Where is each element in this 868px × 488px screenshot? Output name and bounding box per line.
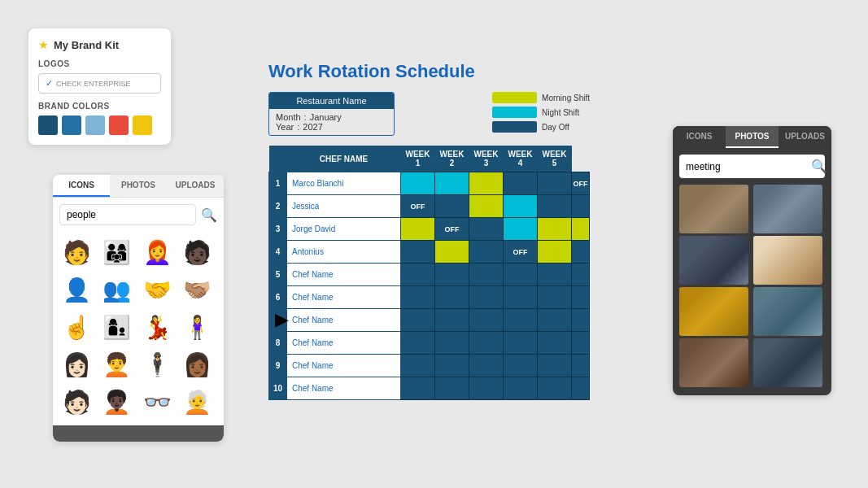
icon-cell-18[interactable]: 🧑🏿‍🦱 <box>100 385 134 419</box>
icon-cell-3[interactable]: 👩‍🦰 <box>140 235 174 269</box>
row-number: 1 <box>269 172 287 195</box>
check-enterprise-button[interactable]: ✓ CHECK ENTERPRISE <box>38 73 161 94</box>
icon-cell-17[interactable]: 🧑🏻 <box>59 385 94 419</box>
photo-thumb-7[interactable] <box>679 338 748 387</box>
brand-colors-label: BRAND COLORS <box>38 102 161 111</box>
month-label: Month <box>276 112 301 122</box>
icon-cell-15[interactable]: 🕴️ <box>140 347 174 381</box>
photo-thumb-3[interactable] <box>679 236 748 285</box>
photos-search-icon[interactable]: 🔍 <box>811 159 827 174</box>
week-cell <box>435 195 469 218</box>
week-cell <box>435 286 469 309</box>
star-icon: ★ <box>38 38 49 51</box>
week-cell <box>504 264 538 286</box>
week-cell <box>401 355 435 377</box>
photo-thumb-5[interactable] <box>679 287 748 336</box>
table-row: 9Chef Name <box>269 355 590 377</box>
restaurant-box: Restaurant Name Month : January Year : 2… <box>268 92 395 136</box>
table-row: 3Jorge DavidOFF <box>269 218 590 241</box>
icon-cell-16[interactable]: 👩🏾 <box>181 347 215 381</box>
header-week2: WEEK 2 <box>435 146 469 172</box>
icons-search-bar: 🔍 <box>53 198 224 232</box>
table-row: 8Chef Name <box>269 332 590 355</box>
icons-panel-tabs: ICONS PHOTOS UPLOADS <box>53 175 224 198</box>
week-cell <box>572 195 590 218</box>
photo-thumb-6[interactable] <box>753 287 822 336</box>
tab-icons[interactable]: ICONS <box>53 175 110 197</box>
week-cell <box>504 332 538 355</box>
brand-colors-row <box>38 115 161 135</box>
row-number: 8 <box>269 332 287 355</box>
chef-name-cell: Chef Name <box>287 332 401 355</box>
week-cell <box>401 286 435 309</box>
icon-cell-12[interactable]: 🧍‍♀️ <box>181 310 215 344</box>
row-number: 4 <box>269 241 287 264</box>
color-swatch-4[interactable] <box>109 115 129 135</box>
photos-tab-photos[interactable]: PHOTOS <box>726 126 779 148</box>
week-cell <box>538 355 572 377</box>
chef-name-cell: Jorge David <box>287 218 401 241</box>
color-swatch-1[interactable] <box>38 115 58 135</box>
week-cell <box>469 309 504 332</box>
photos-tab-uploads[interactable]: UPLOADS <box>779 126 831 148</box>
color-swatch-2[interactable] <box>62 115 81 135</box>
night-shift-color <box>492 107 537 118</box>
icon-cell-19[interactable]: 👓 <box>140 385 174 419</box>
tab-uploads[interactable]: UPLOADS <box>167 175 224 197</box>
week-cell <box>469 172 504 195</box>
icon-cell-6[interactable]: 👥 <box>100 272 134 307</box>
week-cell <box>469 355 504 377</box>
week-cell: OFF <box>504 241 538 264</box>
photo-thumb-4[interactable] <box>753 236 822 285</box>
week-cell <box>538 241 572 264</box>
icon-cell-5[interactable]: 👤 <box>59 272 94 307</box>
day-off-color <box>492 121 537 133</box>
icon-cell-8[interactable]: 🫱🏽‍🫲🏼 <box>181 272 215 307</box>
photos-grid <box>673 185 831 387</box>
week-cell <box>435 309 469 332</box>
legend-night-shift: Night Shift <box>492 107 590 118</box>
week-cell <box>538 309 572 332</box>
week-cell <box>435 172 469 195</box>
week-cell <box>469 218 504 241</box>
photo-thumb-1[interactable] <box>679 185 748 233</box>
icon-cell-1[interactable]: 🧑 <box>59 235 94 269</box>
year-colon: : <box>297 122 299 132</box>
photos-search-input[interactable] <box>686 161 808 172</box>
header-week5: WEEK 5 <box>538 146 572 172</box>
week-cell: OFF <box>435 218 469 241</box>
icon-cell-14[interactable]: 🧑‍🦱 <box>100 347 134 381</box>
photos-tab-icons[interactable]: ICONS <box>673 126 726 148</box>
chef-name-cell: Jessica <box>287 195 401 218</box>
color-swatch-5[interactable] <box>133 115 152 135</box>
photo-thumb-8[interactable] <box>753 338 822 387</box>
brand-kit-header: ★ My Brand Kit <box>38 38 161 51</box>
tab-photos[interactable]: PHOTOS <box>110 175 167 197</box>
week-cell <box>504 172 538 195</box>
chef-name-cell: Chef Name <box>287 286 401 309</box>
icons-search-button[interactable]: 🔍 <box>201 207 217 223</box>
icon-cell-13[interactable]: 👩🏻 <box>59 347 94 381</box>
icons-search-input[interactable] <box>59 204 196 225</box>
week-cell <box>504 286 538 309</box>
icon-cell-11[interactable]: 💃 <box>140 310 174 344</box>
icon-cell-20[interactable]: 🧑‍🦳 <box>181 385 215 419</box>
week-cell <box>572 377 590 400</box>
icon-cell-7[interactable]: 🤝 <box>140 272 174 307</box>
table-row: 7Chef Name <box>269 309 590 332</box>
week-cell <box>538 218 572 241</box>
week-cell <box>401 377 435 400</box>
week-cell <box>538 332 572 355</box>
icon-cell-9[interactable]: ☝️ <box>59 310 94 344</box>
week-cell <box>469 286 504 309</box>
icon-cell-10[interactable]: 👩‍👦 <box>100 310 134 344</box>
color-swatch-3[interactable] <box>85 115 105 135</box>
icon-cell-4[interactable]: 🧑🏿 <box>181 235 215 269</box>
row-number: 6 <box>269 286 287 309</box>
photo-thumb-2[interactable] <box>753 185 822 233</box>
week-cell <box>538 195 572 218</box>
chef-name-cell: Chef Name <box>287 377 401 400</box>
icon-cell-2[interactable]: 👨‍👩‍👧 <box>100 235 134 269</box>
week-cell <box>401 172 435 195</box>
icon-grid: 🧑 👨‍👩‍👧 👩‍🦰 🧑🏿 👤 👥 🤝 🫱🏽‍🫲🏼 ☝️ 👩‍👦 💃 🧍‍♀️… <box>53 232 224 425</box>
